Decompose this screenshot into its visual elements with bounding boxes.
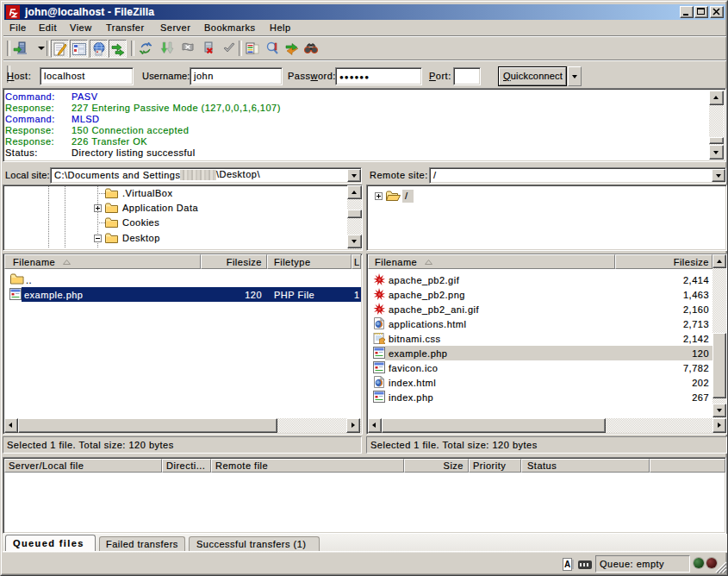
svg-text:A: A bbox=[564, 560, 571, 569]
